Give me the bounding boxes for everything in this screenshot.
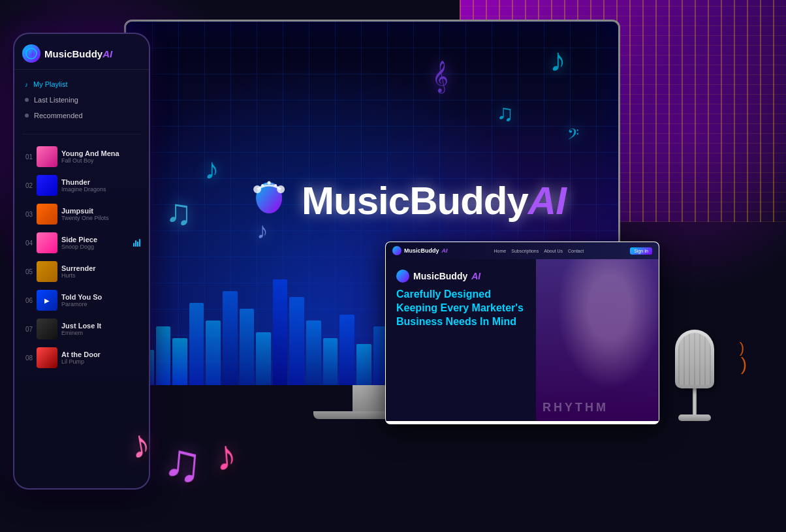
website-preview: MusicBuddyAI Home Subscriptions About Us… [385, 242, 659, 424]
track-thumbnail [37, 175, 57, 196]
guitar-person-image [536, 259, 659, 421]
mic-grill [678, 333, 711, 385]
screen-logo-text: MusicBuddyAI [302, 178, 566, 223]
mic-body [675, 330, 714, 388]
preview-heading: Carefully Designed Keeping Every Markete… [396, 288, 526, 328]
mic-sound-waves: ) ) [738, 339, 747, 375]
nav-item-last-listening[interactable]: Last Listening [22, 92, 141, 108]
track-thumbnail [37, 319, 57, 339]
track-thumbnail [37, 146, 57, 167]
preview-nav-links: Home Subscriptions About Us Contact [494, 249, 584, 253]
preview-content-right [536, 259, 659, 421]
track-info: Side Piece Snoop Dogg [61, 236, 128, 250]
nav-item-recommended[interactable]: Recommended [22, 108, 141, 123]
screen-note-4: 𝄢 [567, 126, 579, 148]
track-info: Told You So Paramore [61, 293, 141, 307]
music-note-3d-pink2: ♪ [213, 430, 239, 481]
preview-signin-button[interactable]: Sign In [630, 247, 652, 255]
microphone: ) ) [655, 330, 734, 447]
mobile-header: MusicBuddyAI [14, 34, 149, 70]
track-info: Surrender Hurts [61, 264, 141, 279]
desktop-monitor: ♪ ♫ 𝄞 𝄢 ♪ ♫ ♪ [124, 20, 620, 424]
preview-logo: MusicBuddyAI [392, 246, 448, 255]
screen-note-3: 𝄞 [432, 61, 448, 92]
track-item[interactable]: 01 Young And Mena Fall Out Boy [20, 142, 144, 171]
screen-logo: MusicBuddyAI [243, 175, 566, 227]
track-item[interactable]: 07 Just Lose It Eminem [20, 315, 144, 343]
screen-note-5: ♪ [204, 152, 219, 186]
track-item[interactable]: 02 Thunder Imagine Dragons [20, 171, 144, 200]
preview-content-left: MusicBuddyAI Carefully Designed Keeping … [386, 259, 536, 421]
track-list: 01 Young And Mena Fall Out Boy 02 Thunde… [14, 138, 149, 376]
mobile-logo-text: MusicBuddyAI [44, 48, 112, 59]
mobile-nav: ♪ My Playlist Last Listening Recommended [14, 70, 149, 130]
track-thumbnail [37, 232, 57, 253]
mic-base [678, 415, 711, 421]
preview-body: MusicBuddyAI Carefully Designed Keeping … [386, 259, 659, 421]
track-info: Just Lose It Eminem [61, 322, 141, 336]
mobile-logo-icon [22, 44, 40, 63]
nav-item-playlist[interactable]: ♪ My Playlist [22, 76, 141, 92]
preview-navbar: MusicBuddyAI Home Subscriptions About Us… [386, 242, 659, 259]
track-thumbnail [37, 290, 57, 311]
screen-note-6: ♫ [165, 191, 192, 233]
track-info: At the Door Lil Pump [61, 351, 141, 365]
preview-hero-logo-icon [396, 270, 409, 283]
track-thumbnail [37, 261, 57, 282]
track-info: Thunder Imagine Dragons [61, 178, 141, 193]
mobile-app-mockup: MusicBuddyAI ♪ My Playlist Last Listenin… [13, 33, 150, 490]
divider [22, 134, 141, 134]
music-note-3d-purple: ♫ [161, 431, 205, 495]
track-item[interactable]: 08 At the Door Lil Pump [20, 343, 144, 372]
track-item[interactable]: 05 Surrender Hurts [20, 257, 144, 286]
track-thumbnail [37, 204, 57, 225]
screen-note-2: ♫ [497, 100, 514, 126]
track-item[interactable]: 04 Side Piece Snoop Dogg [20, 228, 144, 257]
music-note-icon: ♪ [25, 81, 28, 88]
track-info: Jumpsuit Twenty One Pilots [61, 207, 141, 221]
nav-dot [25, 98, 29, 102]
screen-logo-icon [243, 175, 295, 227]
track-thumbnail [37, 347, 57, 368]
playing-indicator [132, 239, 141, 247]
screen-note-1: ♪ [550, 41, 566, 79]
track-item[interactable]: 03 Jumpsuit Twenty One Pilots [20, 200, 144, 228]
nav-dot [25, 114, 29, 117]
preview-logo-icon [392, 246, 401, 255]
preview-hero-logo: MusicBuddyAI [396, 270, 526, 283]
track-item-playing[interactable]: 06 Told You So Paramore [20, 286, 144, 315]
track-info: Young And Mena Fall Out Boy [61, 149, 141, 164]
mic-stand [693, 388, 697, 415]
